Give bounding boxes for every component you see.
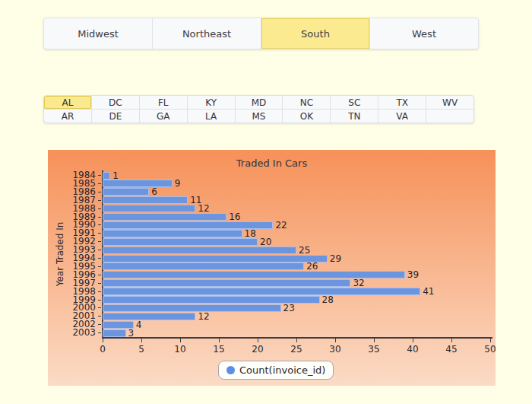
bar-value-label: 26 — [306, 262, 318, 271]
state-grid-row: ARDEGALAMSOKTNVA — [44, 110, 473, 122]
y-tick-mark — [98, 275, 101, 275]
bar-value-label: 29 — [330, 254, 341, 263]
state-cell-md[interactable]: MD — [236, 96, 283, 109]
legend[interactable]: Count(invoice_id) — [218, 361, 334, 380]
bar-1987[interactable] — [103, 196, 188, 204]
x-tick-mark — [451, 339, 452, 342]
bar-1984[interactable] — [103, 172, 110, 180]
bar-1986[interactable] — [103, 188, 149, 196]
y-tick-mark — [98, 183, 101, 184]
bar-value-label: 23 — [283, 304, 295, 313]
bar-2000[interactable] — [103, 304, 281, 312]
x-tick-label: 50 — [479, 344, 502, 355]
bar-value-label: 4 — [136, 320, 142, 329]
y-tick-mark — [98, 300, 101, 301]
y-tick-mark — [98, 192, 101, 192]
bar-value-label: 20 — [260, 237, 271, 247]
x-axis-line — [102, 337, 492, 339]
x-tick-mark — [296, 339, 297, 342]
bar-1994[interactable] — [103, 255, 328, 262]
state-cell-va[interactable]: VA — [378, 110, 426, 122]
plot-area: 19611121622182025292639324128231243 — [103, 171, 490, 337]
state-cell-wv[interactable]: WV — [426, 96, 473, 109]
bar-2001[interactable] — [103, 313, 195, 320]
bar-value-label: 9 — [175, 179, 181, 188]
bar-value-label: 22 — [275, 221, 287, 230]
tab-midwest[interactable]: Midwest — [44, 18, 153, 49]
bar-value-label: 12 — [198, 312, 209, 321]
bar-2003[interactable] — [103, 329, 126, 337]
bar-1992[interactable] — [103, 238, 258, 246]
x-tick-mark — [258, 339, 258, 342]
y-tick-mark — [98, 307, 101, 308]
x-tick-label: 5 — [130, 344, 153, 355]
y-tick-mark — [98, 291, 101, 292]
x-tick-label: 20 — [246, 344, 269, 355]
y-tick-mark — [98, 266, 101, 267]
bar-1993[interactable] — [103, 247, 296, 254]
state-cell-empty — [426, 110, 473, 122]
state-cell-tn[interactable]: TN — [331, 110, 378, 122]
state-cell-ky[interactable]: KY — [188, 96, 236, 109]
x-tick-mark — [490, 339, 491, 342]
bar-value-label: 32 — [353, 278, 364, 288]
state-grid-row: ALDCFLKYMDNCSCTXWV — [44, 96, 473, 110]
y-tick-mark — [98, 332, 101, 333]
x-tick-mark — [103, 339, 103, 342]
x-tick-label: 35 — [363, 344, 385, 355]
state-cell-fl[interactable]: FL — [140, 96, 188, 109]
state-cell-ga[interactable]: GA — [140, 110, 188, 122]
tab-south[interactable]: South — [261, 18, 370, 49]
x-tick-mark — [413, 339, 413, 342]
x-tick-label: 0 — [91, 344, 114, 355]
y-tick-mark — [98, 175, 101, 176]
state-cell-la[interactable]: LA — [188, 110, 236, 122]
bar-value-label: 28 — [322, 295, 334, 304]
chart-title: Traded In Cars — [48, 157, 496, 169]
y-tick-mark — [98, 324, 101, 325]
tab-northeast[interactable]: Northeast — [153, 18, 261, 49]
state-cell-ok[interactable]: OK — [283, 110, 331, 122]
bar-1998[interactable] — [103, 288, 420, 295]
bar-value-label: 16 — [229, 212, 240, 221]
tab-west[interactable]: West — [370, 18, 478, 49]
x-tick-label: 40 — [401, 344, 424, 355]
x-tick-mark — [219, 339, 220, 342]
traded-in-cars-chart: Traded In Cars Year Traded In 1961112162… — [48, 150, 496, 386]
x-tick-mark — [374, 339, 375, 342]
bar-value-label: 12 — [198, 204, 209, 213]
y-tick-mark — [98, 241, 101, 242]
y-tick-mark — [98, 258, 101, 259]
bar-value-label: 3 — [128, 329, 135, 338]
bar-1989[interactable] — [103, 213, 226, 221]
state-cell-sc[interactable]: SC — [331, 96, 378, 109]
y-tick-mark — [98, 250, 101, 250]
bar-value-label: 1 — [112, 171, 119, 180]
state-cell-al[interactable]: AL — [44, 96, 92, 109]
state-cell-tx[interactable]: TX — [378, 96, 426, 109]
bar-1985[interactable] — [103, 180, 173, 187]
state-cell-ar[interactable]: AR — [44, 110, 92, 122]
bar-value-label: 41 — [423, 287, 434, 296]
bar-value-label: 25 — [299, 246, 310, 255]
y-tick-mark — [98, 233, 101, 234]
state-cell-dc[interactable]: DC — [92, 96, 140, 109]
bar-value-label: 18 — [245, 229, 256, 238]
state-cell-nc[interactable]: NC — [283, 96, 331, 109]
x-tick-label: 30 — [324, 344, 347, 355]
bar-value-label: 39 — [407, 270, 419, 279]
x-tick-label: 45 — [440, 344, 463, 355]
x-tick-label: 15 — [207, 344, 230, 355]
x-tick-mark — [141, 339, 142, 342]
bar-value-label: 6 — [151, 187, 157, 196]
bar-1991[interactable] — [103, 230, 242, 237]
y-tick-mark — [98, 200, 101, 201]
bar-1997[interactable] — [103, 279, 350, 287]
bar-1995[interactable] — [103, 262, 304, 270]
y-tick-label: 2003 — [48, 329, 96, 337]
state-cell-ms[interactable]: MS — [236, 110, 283, 122]
y-tick-mark — [98, 217, 101, 218]
state-grid: ALDCFLKYMDNCSCTXWVARDEGALAMSOKTNVA — [43, 95, 474, 123]
bar-1988[interactable] — [103, 205, 195, 212]
state-cell-de[interactable]: DE — [92, 110, 140, 122]
